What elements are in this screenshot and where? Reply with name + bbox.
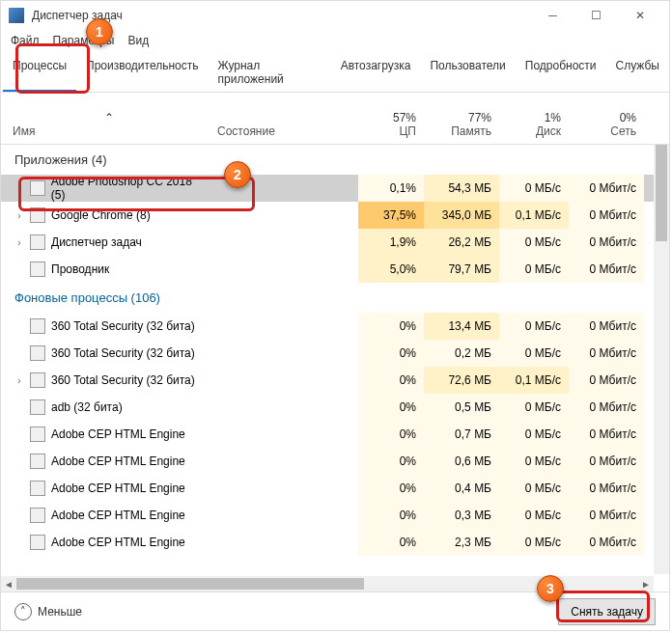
disk-cell: 0 МБ/с	[499, 175, 569, 202]
cpu-cell: 0%	[358, 367, 424, 394]
app-icon	[9, 8, 24, 23]
process-name-cell: ›Диспетчер задач	[1, 229, 213, 256]
menu-view[interactable]: Вид	[127, 34, 149, 47]
process-icon	[30, 180, 45, 196]
process-name: Google Chrome (8)	[51, 208, 151, 222]
process-name-cell: ›Google Chrome (8)	[1, 202, 213, 229]
process-name: Проводник	[51, 262, 109, 276]
menu-file[interactable]: Файл	[11, 34, 40, 47]
col-name[interactable]: ⌃Имя	[1, 97, 213, 138]
cpu-cell: 0%	[358, 502, 424, 529]
process-icon	[30, 535, 45, 550]
disk-cell: 0,1 МБ/с	[499, 367, 569, 394]
expand-icon[interactable]: ›	[14, 210, 24, 221]
col-memory[interactable]: 77%Память	[424, 111, 499, 138]
process-icon	[30, 372, 45, 388]
table-row[interactable]: 360 Total Security (32 бита)0%13,4 МБ0 М…	[1, 313, 669, 340]
table-row[interactable]: ›Adobe Photoshop CC 2018 (5)0,1%54,3 МБ0…	[1, 175, 669, 202]
cpu-cell: 0,1%	[358, 175, 424, 202]
process-name-cell: Adobe CEP HTML Engine	[1, 502, 213, 529]
tab-startup[interactable]: Автозагрузка	[331, 51, 421, 92]
group-apps[interactable]: Приложения (4)	[1, 145, 669, 175]
col-disk[interactable]: 1%Диск	[499, 111, 569, 138]
table-row[interactable]: adb (32 бита)0%0,5 МБ0 МБ/с0 Мбит/с	[1, 394, 669, 421]
memory-cell: 72,6 МБ	[424, 367, 499, 394]
scroll-right-icon[interactable]: ►	[638, 579, 654, 590]
table-row[interactable]: Проводник5,0%79,7 МБ0 МБ/с0 Мбит/с	[1, 256, 669, 283]
process-icon	[30, 345, 45, 361]
process-name-cell: 360 Total Security (32 бита)	[1, 340, 213, 367]
end-task-button[interactable]: Снять задачу	[558, 598, 656, 625]
process-icon	[30, 234, 45, 250]
state-cell	[213, 448, 358, 475]
callout-2: 2	[224, 161, 251, 188]
table-row[interactable]: ›Диспетчер задач1,9%26,2 МБ0 МБ/с0 Мбит/…	[1, 229, 669, 256]
network-cell: 0 Мбит/с	[569, 202, 644, 229]
process-icon	[30, 427, 45, 442]
maximize-button[interactable]: ☐	[574, 2, 618, 29]
cpu-cell: 0%	[358, 313, 424, 340]
expand-icon[interactable]: ›	[14, 375, 24, 386]
table-row[interactable]: 360 Total Security (32 бита)0%0,2 МБ0 МБ…	[1, 340, 669, 367]
process-icon	[30, 318, 45, 334]
scroll-thumb-h[interactable]	[16, 578, 364, 590]
state-cell	[213, 502, 358, 529]
table-row[interactable]: Adobe CEP HTML Engine0%0,4 МБ0 МБ/с0 Мби…	[1, 475, 669, 502]
state-cell	[213, 229, 358, 256]
expand-icon[interactable]: ›	[14, 237, 24, 248]
disk-cell: 0,1 МБ/с	[499, 202, 569, 229]
state-cell	[213, 313, 358, 340]
table-row[interactable]: ›Google Chrome (8)37,5%345,0 МБ0,1 МБ/с0…	[1, 202, 669, 229]
network-cell: 0 Мбит/с	[569, 529, 644, 556]
disk-cell: 0 МБ/с	[499, 502, 569, 529]
memory-cell: 0,7 МБ	[424, 421, 499, 448]
table-row[interactable]: Adobe CEP HTML Engine0%2,3 МБ0 МБ/с0 Мби…	[1, 529, 669, 556]
disk-cell: 0 МБ/с	[499, 394, 569, 421]
group-background[interactable]: Фоновые процессы (106)	[1, 283, 669, 313]
tab-users[interactable]: Пользователи	[420, 51, 515, 92]
scroll-left-icon[interactable]: ◄	[1, 579, 16, 590]
network-cell: 0 Мбит/с	[569, 313, 644, 340]
process-name: Adobe CEP HTML Engine	[51, 427, 185, 441]
tab-performance[interactable]: Производительность	[76, 51, 208, 92]
memory-cell: 0,2 МБ	[424, 340, 499, 367]
process-name-cell: 360 Total Security (32 бита)	[1, 313, 213, 340]
col-network[interactable]: 0%Сеть	[569, 111, 644, 138]
expand-icon[interactable]: ›	[14, 183, 24, 194]
state-cell	[213, 394, 358, 421]
tab-apphistory[interactable]: Журнал приложений	[209, 51, 331, 92]
state-cell	[213, 475, 358, 502]
footer: ˄ Меньше Снять задачу	[1, 592, 669, 630]
cpu-cell: 1,9%	[358, 229, 424, 256]
network-cell: 0 Мбит/с	[569, 502, 644, 529]
cpu-cell: 5,0%	[358, 256, 424, 283]
tab-details[interactable]: Подробности	[516, 51, 606, 92]
process-name: 360 Total Security (32 бита)	[51, 346, 195, 360]
col-cpu[interactable]: 57%ЦП	[358, 111, 424, 138]
window-controls: ─ ☐ ✕	[531, 2, 661, 29]
state-cell	[213, 202, 358, 229]
scroll-thumb[interactable]	[656, 145, 667, 241]
process-list: Приложения (4) ›Adobe Photoshop CC 2018 …	[1, 145, 669, 592]
network-cell: 0 Мбит/с	[569, 175, 644, 202]
process-name: Adobe CEP HTML Engine	[51, 454, 185, 468]
vertical-scrollbar[interactable]	[654, 145, 669, 574]
close-button[interactable]: ✕	[618, 2, 661, 29]
table-row[interactable]: Adobe CEP HTML Engine0%0,3 МБ0 МБ/с0 Мби…	[1, 502, 669, 529]
state-cell	[213, 421, 358, 448]
network-cell: 0 Мбит/с	[569, 421, 644, 448]
cpu-cell: 0%	[358, 529, 424, 556]
table-row[interactable]: ›360 Total Security (32 бита)0%72,6 МБ0,…	[1, 367, 669, 394]
tab-services[interactable]: Службы	[606, 51, 669, 92]
minimize-button[interactable]: ─	[531, 2, 574, 29]
table-row[interactable]: Adobe CEP HTML Engine0%0,7 МБ0 МБ/с0 Мби…	[1, 421, 669, 448]
tab-processes[interactable]: Процессы	[3, 51, 76, 92]
process-name-cell: Adobe CEP HTML Engine	[1, 448, 213, 475]
process-name-cell: ›360 Total Security (32 бита)	[1, 367, 213, 394]
col-state[interactable]: Состояние	[213, 111, 358, 138]
cpu-cell: 0%	[358, 394, 424, 421]
process-name-cell: Adobe CEP HTML Engine	[1, 529, 213, 556]
table-row[interactable]: Adobe CEP HTML Engine0%0,6 МБ0 МБ/с0 Мби…	[1, 448, 669, 475]
cpu-cell: 0%	[358, 421, 424, 448]
fewer-details-button[interactable]: ˄ Меньше	[14, 603, 82, 620]
